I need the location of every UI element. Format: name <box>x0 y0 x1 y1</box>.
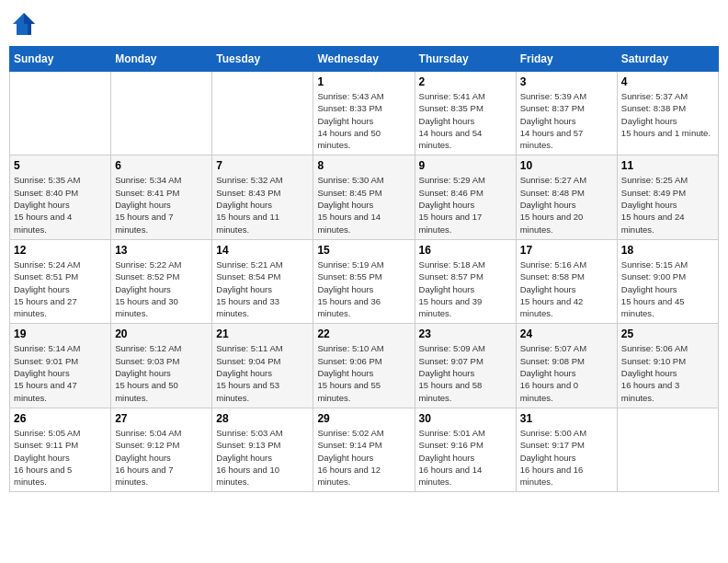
col-header-thursday: Thursday <box>415 47 516 72</box>
calendar-cell: 27 Sunrise: 5:04 AM Sunset: 9:12 PM Dayl… <box>111 408 212 491</box>
day-number: 20 <box>115 327 208 340</box>
day-number: 22 <box>317 327 410 340</box>
day-info: Sunrise: 5:05 AM Sunset: 9:11 PM Dayligh… <box>14 427 107 488</box>
logo-icon <box>9 9 39 39</box>
day-info: Sunrise: 5:01 AM Sunset: 9:16 PM Dayligh… <box>419 427 512 488</box>
day-info: Sunrise: 5:14 AM Sunset: 9:01 PM Dayligh… <box>14 342 107 403</box>
calendar-cell: 13 Sunrise: 5:22 AM Sunset: 8:52 PM Dayl… <box>111 239 212 323</box>
calendar-cell: 19 Sunrise: 5:14 AM Sunset: 9:01 PM Dayl… <box>10 324 111 408</box>
calendar-cell: 5 Sunrise: 5:35 AM Sunset: 8:40 PM Dayli… <box>10 155 111 239</box>
day-info: Sunrise: 5:00 AM Sunset: 9:17 PM Dayligh… <box>520 427 613 488</box>
calendar-week-row: 1 Sunrise: 5:43 AM Sunset: 8:33 PM Dayli… <box>10 72 719 155</box>
calendar-cell: 25 Sunrise: 5:06 AM Sunset: 9:10 PM Dayl… <box>617 324 718 408</box>
day-number: 9 <box>419 159 512 172</box>
day-info: Sunrise: 5:27 AM Sunset: 8:48 PM Dayligh… <box>520 174 613 235</box>
day-info: Sunrise: 5:09 AM Sunset: 9:07 PM Dayligh… <box>419 342 512 403</box>
day-info: Sunrise: 5:02 AM Sunset: 9:14 PM Dayligh… <box>317 427 410 488</box>
day-number: 26 <box>14 412 107 425</box>
day-number: 2 <box>419 75 512 88</box>
calendar-cell: 3 Sunrise: 5:39 AM Sunset: 8:37 PM Dayli… <box>516 72 617 155</box>
col-header-wednesday: Wednesday <box>313 47 415 72</box>
calendar-cell: 6 Sunrise: 5:34 AM Sunset: 8:41 PM Dayli… <box>111 155 212 239</box>
day-number: 11 <box>621 159 714 172</box>
day-number: 18 <box>621 244 714 257</box>
day-number: 3 <box>520 75 613 88</box>
calendar-cell: 18 Sunrise: 5:15 AM Sunset: 9:00 PM Dayl… <box>617 239 718 323</box>
calendar-cell: 31 Sunrise: 5:00 AM Sunset: 9:17 PM Dayl… <box>516 408 617 491</box>
calendar-cell <box>10 72 111 155</box>
day-info: Sunrise: 5:32 AM Sunset: 8:43 PM Dayligh… <box>216 174 309 235</box>
calendar-table: SundayMondayTuesdayWednesdayThursdayFrid… <box>9 46 719 492</box>
calendar-cell: 28 Sunrise: 5:03 AM Sunset: 9:13 PM Dayl… <box>212 408 313 491</box>
calendar-week-row: 5 Sunrise: 5:35 AM Sunset: 8:40 PM Dayli… <box>10 155 719 239</box>
calendar-cell <box>212 72 313 155</box>
calendar-cell: 26 Sunrise: 5:05 AM Sunset: 9:11 PM Dayl… <box>10 408 111 491</box>
day-number: 4 <box>621 75 714 88</box>
day-info: Sunrise: 5:29 AM Sunset: 8:46 PM Dayligh… <box>419 174 512 235</box>
day-info: Sunrise: 5:16 AM Sunset: 8:58 PM Dayligh… <box>520 259 613 319</box>
day-info: Sunrise: 5:07 AM Sunset: 9:08 PM Dayligh… <box>520 342 613 403</box>
calendar-cell: 2 Sunrise: 5:41 AM Sunset: 8:35 PM Dayli… <box>415 72 516 155</box>
day-info: Sunrise: 5:25 AM Sunset: 8:49 PM Dayligh… <box>621 174 714 235</box>
day-number: 31 <box>520 412 613 425</box>
calendar-cell: 7 Sunrise: 5:32 AM Sunset: 8:43 PM Dayli… <box>212 155 313 239</box>
day-info: Sunrise: 5:03 AM Sunset: 9:13 PM Dayligh… <box>216 427 309 488</box>
day-number: 5 <box>14 159 107 172</box>
day-info: Sunrise: 5:04 AM Sunset: 9:12 PM Dayligh… <box>115 427 208 488</box>
day-info: Sunrise: 5:10 AM Sunset: 9:06 PM Dayligh… <box>317 342 410 403</box>
calendar-cell: 12 Sunrise: 5:24 AM Sunset: 8:51 PM Dayl… <box>10 239 111 323</box>
day-number: 7 <box>216 159 309 172</box>
calendar-cell: 9 Sunrise: 5:29 AM Sunset: 8:46 PM Dayli… <box>415 155 516 239</box>
day-info: Sunrise: 5:06 AM Sunset: 9:10 PM Dayligh… <box>621 342 714 403</box>
day-number: 21 <box>216 327 309 340</box>
calendar-cell <box>617 408 718 491</box>
day-info: Sunrise: 5:18 AM Sunset: 8:57 PM Dayligh… <box>419 259 512 319</box>
calendar-cell: 21 Sunrise: 5:11 AM Sunset: 9:04 PM Dayl… <box>212 324 313 408</box>
day-number: 13 <box>115 244 208 257</box>
day-info: Sunrise: 5:30 AM Sunset: 8:45 PM Dayligh… <box>317 174 410 235</box>
calendar-cell: 16 Sunrise: 5:18 AM Sunset: 8:57 PM Dayl… <box>415 239 516 323</box>
day-number: 25 <box>621 327 714 340</box>
day-number: 19 <box>14 327 107 340</box>
day-info: Sunrise: 5:41 AM Sunset: 8:35 PM Dayligh… <box>419 90 512 151</box>
day-number: 12 <box>14 244 107 257</box>
day-number: 27 <box>115 412 208 425</box>
day-number: 30 <box>419 412 512 425</box>
day-info: Sunrise: 5:15 AM Sunset: 9:00 PM Dayligh… <box>621 259 714 319</box>
day-number: 10 <box>520 159 613 172</box>
day-number: 15 <box>317 244 410 257</box>
day-number: 8 <box>317 159 410 172</box>
day-info: Sunrise: 5:22 AM Sunset: 8:52 PM Dayligh… <box>115 259 208 319</box>
day-number: 1 <box>317 75 410 88</box>
day-number: 17 <box>520 244 613 257</box>
day-number: 14 <box>216 244 309 257</box>
calendar-cell: 4 Sunrise: 5:37 AM Sunset: 8:38 PM Dayli… <box>617 72 718 155</box>
calendar-cell: 1 Sunrise: 5:43 AM Sunset: 8:33 PM Dayli… <box>313 72 415 155</box>
day-number: 24 <box>520 327 613 340</box>
calendar-cell: 29 Sunrise: 5:02 AM Sunset: 9:14 PM Dayl… <box>313 408 415 491</box>
calendar-cell: 8 Sunrise: 5:30 AM Sunset: 8:45 PM Dayli… <box>313 155 415 239</box>
calendar-cell: 14 Sunrise: 5:21 AM Sunset: 8:54 PM Dayl… <box>212 239 313 323</box>
day-number: 28 <box>216 412 309 425</box>
calendar-cell: 22 Sunrise: 5:10 AM Sunset: 9:06 PM Dayl… <box>313 324 415 408</box>
day-info: Sunrise: 5:39 AM Sunset: 8:37 PM Dayligh… <box>520 90 613 151</box>
day-info: Sunrise: 5:24 AM Sunset: 8:51 PM Dayligh… <box>14 259 107 319</box>
col-header-tuesday: Tuesday <box>212 47 313 72</box>
calendar-cell: 20 Sunrise: 5:12 AM Sunset: 9:03 PM Dayl… <box>111 324 212 408</box>
day-info: Sunrise: 5:35 AM Sunset: 8:40 PM Dayligh… <box>14 174 107 235</box>
calendar-cell: 30 Sunrise: 5:01 AM Sunset: 9:16 PM Dayl… <box>415 408 516 491</box>
day-info: Sunrise: 5:43 AM Sunset: 8:33 PM Dayligh… <box>317 90 410 151</box>
day-info: Sunrise: 5:21 AM Sunset: 8:54 PM Dayligh… <box>216 259 309 319</box>
col-header-monday: Monday <box>111 47 212 72</box>
col-header-friday: Friday <box>516 47 617 72</box>
calendar-header-row: SundayMondayTuesdayWednesdayThursdayFrid… <box>10 47 719 72</box>
day-number: 29 <box>317 412 410 425</box>
header <box>9 9 719 39</box>
day-info: Sunrise: 5:19 AM Sunset: 8:55 PM Dayligh… <box>317 259 410 319</box>
day-info: Sunrise: 5:37 AM Sunset: 8:38 PM Dayligh… <box>621 90 714 139</box>
calendar-cell <box>111 72 212 155</box>
day-number: 16 <box>419 244 512 257</box>
col-header-saturday: Saturday <box>617 47 718 72</box>
day-info: Sunrise: 5:11 AM Sunset: 9:04 PM Dayligh… <box>216 342 309 403</box>
day-info: Sunrise: 5:34 AM Sunset: 8:41 PM Dayligh… <box>115 174 208 235</box>
